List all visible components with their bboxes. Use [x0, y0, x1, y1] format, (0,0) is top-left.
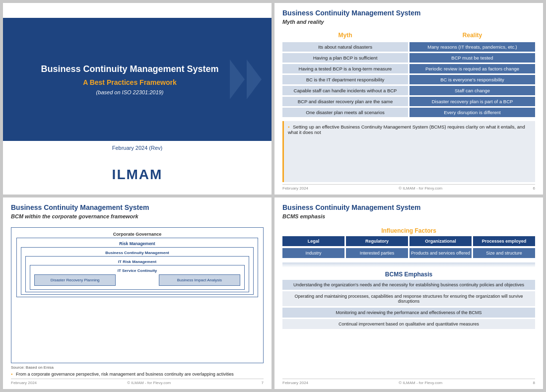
table-row: BC is the IT department responsibility	[282, 75, 408, 84]
slide1-date: February 2024 (Rev)	[3, 141, 272, 155]
table-row: BCP must be tested	[410, 53, 535, 63]
slide3-title: Business Continuity Management System	[11, 203, 264, 211]
slide-4: Business Continuity Management System BC…	[274, 197, 543, 389]
footer-left: February 2024	[282, 381, 308, 385]
slide4-subtitle: BCMS emphasis	[282, 213, 535, 219]
gov-level4: IT Risk Management	[28, 260, 247, 264]
slide4-footer: February 2024 © ILMAM - for Flevy.com 8	[282, 379, 535, 385]
slide1-logo: ILMAM	[3, 155, 272, 195]
table-row: Periodic review is required as factors c…	[410, 64, 535, 73]
footer-right: 7	[262, 381, 264, 385]
table-row: Staff can change	[410, 86, 535, 95]
chevron-1	[230, 60, 245, 99]
factor-size: Size and structure	[473, 248, 535, 258]
slide4-title: Business Continuity Management System	[282, 203, 535, 211]
factors-row1: Legal Regulatory Organizational Processe…	[282, 236, 535, 246]
bcms-emphasis-header: BCMS Emphasis	[282, 271, 535, 278]
slide-2: Business Continuity Management System My…	[274, 3, 543, 195]
reality-header: Reality	[410, 30, 535, 41]
slide1-title: Business Continuity Management System	[41, 64, 218, 74]
factor-industry: Industry	[282, 248, 344, 258]
myth-header: Myth	[282, 30, 408, 41]
emphasis-row-3: Monitoring and reviewing the performance…	[282, 308, 535, 318]
influencing-header: Influencing Factors	[282, 227, 535, 234]
footer-left: February 2024	[282, 186, 308, 191]
emphasis-row-2: Operating and maintaining processes, cap…	[282, 291, 535, 306]
gov-level1: Corporate Governance	[14, 232, 260, 237]
myth-reality-table: Myth Reality Its about natural disasters…	[282, 30, 535, 117]
footer-center: © ILMAM - for Flevy.com	[399, 186, 442, 191]
table-row: BCP and disaster recovery plan are the s…	[282, 97, 408, 106]
factor-legal: Legal	[282, 236, 344, 246]
factors-row2: Industry Interested parties Products and…	[282, 248, 535, 258]
gov-level3: Business Continuity Management	[23, 251, 251, 255]
note-bullet: ▪	[288, 124, 289, 130]
table-row: One disaster plan meets all scenarios	[282, 108, 408, 117]
slide1-main: Business Continuity Management System A …	[3, 18, 272, 141]
gov-bottom-row: Disaster Recovery Planning Business Impa…	[34, 274, 240, 286]
footer-right: 8	[533, 381, 535, 385]
table-row: Having a plan BCP is sufficient	[282, 53, 408, 63]
slide2-footer: February 2024 © ILMAM - for Flevy.com 6	[282, 184, 535, 191]
table-row: Disaster recovery plan is part of a BCP	[410, 97, 535, 106]
emphasis-row-1: Understanding the organization's needs a…	[282, 280, 535, 290]
footer-right: 6	[533, 186, 535, 191]
slide-1: Business Continuity Management System A …	[3, 3, 272, 195]
gov-box1: Disaster Recovery Planning	[34, 274, 116, 286]
factor-interested: Interested parties	[346, 248, 408, 258]
gov-level2: Risk Management	[19, 241, 256, 246]
footer-center: © ILMAM - for Flevy.com	[399, 381, 442, 385]
table-row: Its about natural disasters	[282, 42, 408, 52]
emphasis-row-4: Continual improvement based on qualitati…	[282, 319, 535, 329]
governance-diagram: Corporate Governance Risk Management Bus…	[11, 227, 264, 363]
slide-3: Business Continuity Management System BC…	[3, 197, 272, 389]
chevron-2	[247, 60, 262, 99]
slide2-subtitle: Myth and reality	[282, 19, 535, 25]
factor-regulatory: Regulatory	[346, 236, 408, 246]
table-row: Capable staff can handle incidents witho…	[282, 86, 408, 95]
factor-organizational: Organizational	[410, 236, 472, 246]
slide1-top-bar	[3, 3, 272, 18]
footer-center: © ILMAM - for Flevy.com	[127, 381, 171, 385]
table-row: Having a tested BCP is a long-term measu…	[282, 64, 408, 73]
slide1-iso: (based on ISO 22301:2019)	[96, 89, 164, 95]
table-row: Many reasons (IT threats, pandemics, etc…	[410, 42, 535, 52]
slide3-footer: February 2024 © ILMAM - for Flevy.com 7	[11, 379, 264, 385]
note-text: Setting up an effective Business Continu…	[288, 124, 525, 135]
table-row: BC is everyone's responsibility	[410, 75, 535, 84]
slide2-title: Business Continuity Management System	[282, 9, 535, 17]
factor-products: Products and services offered	[410, 248, 472, 258]
slide3-subtitle: BCM within the corporate governance fram…	[11, 213, 264, 219]
slide1-subtitle: A Best Practices Framework	[83, 78, 177, 86]
wave-divider	[282, 262, 535, 267]
slide2-note: ▪ Setting up an effective Business Conti…	[282, 121, 535, 182]
slide3-source: Source: Based on Enisa	[11, 365, 264, 370]
slide3-note: From a corporate governance perspective,…	[11, 372, 264, 377]
table-row: Every disruption is different	[410, 108, 535, 117]
gov-box2: Business Impact Analysis	[159, 274, 240, 286]
slide1-chevrons	[230, 60, 262, 99]
footer-left: February 2024	[11, 381, 37, 385]
gov-level5: IT Service Continuity	[32, 268, 242, 273]
factor-processes: Processes employed	[473, 236, 535, 246]
